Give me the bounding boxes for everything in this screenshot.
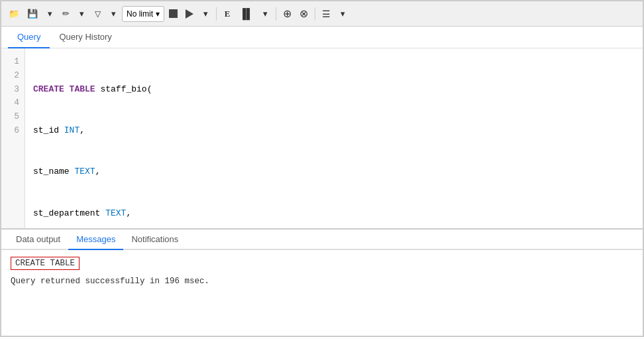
bottom-content: CREATE TABLE Query returned successfully… — [1, 250, 643, 293]
chevron-down-icon: ▾ — [203, 9, 208, 19]
separator — [216, 7, 217, 21]
stop-icon — [169, 9, 178, 18]
tab-data-output[interactable]: Data output — [8, 230, 68, 250]
save-icon: 💾 — [27, 9, 38, 19]
filter-icon: ▽ — [95, 9, 101, 19]
explain-button[interactable]: E — [220, 5, 235, 23]
menu-button[interactable]: ☰ — [319, 5, 334, 23]
no-limit-label: No limit — [127, 9, 153, 19]
edit-button[interactable]: ✏ — [58, 5, 73, 23]
query-area: Query Query History 1 2 3 4 5 6 CREATE T… — [1, 27, 643, 336]
chevron-down-icon: ▾ — [263, 9, 268, 19]
schema-button[interactable]: ⊕ — [280, 5, 295, 23]
run-chevron-button[interactable]: ▾ — [198, 5, 213, 23]
code-line-1: CREATE TABLE staff_bio( — [33, 83, 635, 97]
folder-icon: 📁 — [9, 9, 19, 19]
separator — [315, 7, 315, 21]
sql-editor[interactable]: 1 2 3 4 5 6 CREATE TABLE staff_bio( st_i… — [1, 48, 643, 230]
edit-chevron-button[interactable]: ▾ — [74, 5, 89, 23]
tab-notifications[interactable]: Notifications — [123, 230, 186, 250]
create-table-badge: CREATE TABLE — [11, 257, 80, 270]
chart-chevron-button[interactable]: ▾ — [258, 5, 272, 23]
separator — [276, 7, 276, 21]
schema-icon: ⊕ — [283, 7, 292, 20]
open-file-button[interactable]: 📁 — [5, 5, 23, 23]
chevron-down-icon: ▾ — [341, 9, 345, 19]
filter-chevron-button[interactable]: ▾ — [106, 5, 121, 23]
success-message: Query returned successfully in 196 msec. — [11, 277, 633, 286]
tools-icon: ⊗ — [299, 7, 308, 20]
tab-query-history[interactable]: Query History — [50, 27, 121, 48]
code-content[interactable]: CREATE TABLE staff_bio( st_id INT, st_na… — [25, 48, 643, 228]
filter-button[interactable]: ▽ — [90, 5, 105, 23]
toolbar: 📁 💾 ▾ ✏ ▾ ▽ ▾ No limit ▾ ▾ E ▐▌ ▾ — [1, 1, 643, 27]
run-button[interactable] — [182, 5, 197, 23]
save-button[interactable]: 💾 — [24, 5, 41, 23]
chevron-down-icon: ▾ — [111, 9, 116, 19]
pencil-icon: ✏ — [62, 9, 70, 19]
menu-chevron-button[interactable]: ▾ — [335, 5, 350, 23]
tools-button[interactable]: ⊗ — [296, 5, 311, 23]
code-line-2: st_id INT, — [33, 124, 635, 138]
menu-icon: ☰ — [322, 9, 331, 19]
query-tabs: Query Query History — [1, 27, 643, 48]
code-line-3: st_name TEXT, — [33, 165, 635, 179]
play-icon — [186, 9, 193, 19]
chart-button[interactable]: ▐▌ — [236, 5, 256, 23]
no-limit-dropdown[interactable]: No limit ▾ — [122, 6, 164, 22]
bottom-panel: Data output Messages Notifications CREAT… — [1, 230, 643, 336]
bar-chart-icon: ▐▌ — [239, 8, 253, 19]
chevron-down-icon: ▾ — [48, 9, 52, 19]
chevron-down-icon: ▾ — [156, 9, 160, 19]
code-line-4: st_department TEXT, — [33, 207, 635, 221]
tab-messages[interactable]: Messages — [68, 230, 123, 250]
line-numbers: 1 2 3 4 5 6 — [1, 48, 25, 228]
save-chevron-button[interactable]: ▾ — [42, 5, 57, 23]
bottom-tabs: Data output Messages Notifications — [1, 230, 643, 250]
stop-button[interactable] — [166, 5, 181, 23]
explain-icon: E — [225, 9, 231, 19]
tab-query[interactable]: Query — [8, 27, 50, 48]
chevron-down-icon: ▾ — [80, 9, 84, 19]
